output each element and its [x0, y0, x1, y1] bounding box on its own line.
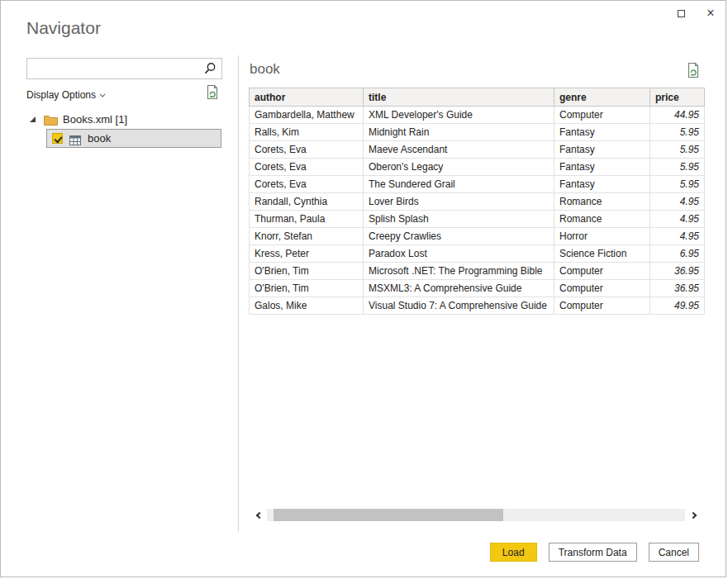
table-cell: O'Brien, Tim — [250, 280, 364, 297]
table-cell: Splish Splash — [364, 211, 554, 228]
table-cell: Ralls, Kim — [250, 124, 364, 141]
table-row[interactable]: O'Brien, TimMSXML3: A Comprehensive Guid… — [250, 280, 705, 297]
table-cell: Fantasy — [554, 124, 650, 141]
table-cell: Maeve Ascendant — [364, 141, 554, 159]
table-cell: Visual Studio 7: A Comprehensive Guide — [364, 297, 554, 315]
table-cell: Fantasy — [554, 159, 650, 176]
table-cell: Computer — [554, 297, 650, 315]
table-cell: Romance — [554, 211, 650, 228]
table-cell: Fantasy — [554, 141, 650, 159]
table-cell: Midnight Rain — [364, 124, 554, 141]
table-cell: O'Brien, Tim — [250, 263, 364, 280]
tree-item-label: Books.xml [1] — [63, 113, 127, 126]
table-cell: Corets, Eva — [250, 176, 364, 193]
tree-item-books-xml[interactable]: Books.xml [1] — [26, 110, 127, 128]
preview-title: book — [250, 61, 280, 78]
refresh-icon[interactable] — [206, 84, 219, 100]
maximize-button[interactable] — [666, 1, 696, 26]
table-header-row: author title genre price — [250, 88, 705, 107]
book-checkbox[interactable] — [52, 133, 63, 144]
table-cell: 5.95 — [650, 176, 705, 193]
table-cell: 5.95 — [650, 141, 705, 159]
table-body: Gambardella, MatthewXML Developer's Guid… — [250, 107, 705, 315]
tree-item-book[interactable]: book — [46, 129, 221, 148]
dialog-title: Navigator — [26, 18, 101, 38]
table-row[interactable]: Corets, EvaThe Sundered GrailFantasy5.95 — [250, 176, 705, 193]
table-cell: Lover Birds — [364, 193, 554, 211]
table-cell: Corets, Eva — [250, 159, 364, 176]
search-input[interactable] — [26, 58, 222, 79]
table-cell: 4.95 — [650, 228, 705, 245]
column-header-genre[interactable]: genre — [554, 88, 650, 107]
preview-table: author title genre price Gambardella, Ma… — [249, 88, 705, 315]
search-icon[interactable] — [203, 62, 216, 75]
display-options-dropdown[interactable]: Display Options — [26, 89, 106, 101]
table-cell: Corets, Eva — [250, 141, 364, 159]
folder-icon — [44, 114, 58, 125]
column-header-author[interactable]: author — [250, 88, 364, 107]
scroll-left-button[interactable] — [249, 509, 267, 521]
scrollbar-thumb[interactable] — [274, 509, 503, 521]
table-cell: Paradox Lost — [364, 245, 554, 263]
table-cell: Fantasy — [554, 176, 650, 193]
table-row[interactable]: Corets, EvaMaeve AscendantFantasy5.95 — [250, 141, 705, 159]
table-cell: Creepy Crawlies — [364, 228, 554, 245]
scroll-right-button[interactable] — [685, 509, 703, 521]
table-icon — [69, 134, 81, 144]
window-controls: × — [666, 1, 726, 26]
table-cell: 5.95 — [650, 159, 705, 176]
transform-data-button[interactable]: Transform Data — [549, 543, 637, 562]
panel-divider — [238, 55, 239, 532]
table-cell: Kress, Peter — [250, 245, 364, 263]
table-cell: 44.95 — [650, 107, 705, 124]
table-row[interactable]: Knorr, StefanCreepy CrawliesHorror4.95 — [250, 228, 705, 245]
table-row[interactable]: Ralls, KimMidnight RainFantasy5.95 — [250, 124, 705, 141]
table-cell: Romance — [554, 193, 650, 211]
close-icon: × — [707, 7, 714, 20]
load-button[interactable]: Load — [490, 543, 537, 562]
cancel-button[interactable]: Cancel — [649, 543, 699, 562]
table-cell: Oberon's Legacy — [364, 159, 554, 176]
table-cell: The Sundered Grail — [364, 176, 554, 193]
table-row[interactable]: Thurman, PaulaSplish SplashRomance4.95 — [250, 211, 705, 228]
options-row: Display Options — [26, 87, 222, 102]
close-button[interactable]: × — [696, 1, 726, 26]
table-row[interactable]: Gambardella, MatthewXML Developer's Guid… — [250, 107, 705, 124]
table-cell: XML Developer's Guide — [364, 107, 554, 124]
table-cell: Computer — [554, 280, 650, 297]
table-cell: Computer — [554, 263, 650, 280]
horizontal-scrollbar[interactable] — [249, 509, 703, 521]
table-row[interactable]: Randall, CynthiaLover BirdsRomance4.95 — [250, 193, 705, 211]
column-header-price[interactable]: price — [650, 88, 705, 107]
table-cell: Galos, Mike — [250, 297, 364, 315]
chevron-down-icon — [100, 91, 106, 97]
footer: Load Transform Data Cancel — [490, 543, 699, 562]
display-options-label: Display Options — [26, 89, 96, 101]
table-row[interactable]: Kress, PeterParadox LostScience Fiction6… — [250, 245, 705, 263]
table-cell: 49.95 — [650, 297, 705, 315]
scrollbar-track[interactable] — [267, 509, 685, 521]
table-cell: 4.95 — [650, 211, 705, 228]
table-cell: Computer — [554, 107, 650, 124]
table-cell: 5.95 — [650, 124, 705, 141]
table-row[interactable]: Corets, EvaOberon's LegacyFantasy5.95 — [250, 159, 705, 176]
tree-item-label: book — [88, 132, 111, 145]
search-box — [26, 58, 222, 79]
table-row[interactable]: Galos, MikeVisual Studio 7: A Comprehens… — [250, 297, 705, 315]
column-header-title[interactable]: title — [364, 88, 554, 107]
table-cell: Thurman, Paula — [250, 211, 364, 228]
table-cell: Horror — [554, 228, 650, 245]
table-cell: MSXML3: A Comprehensive Guide — [364, 280, 554, 297]
table-row[interactable]: O'Brien, TimMicrosoft .NET: The Programm… — [250, 263, 705, 280]
table-cell: 36.95 — [650, 263, 705, 280]
table-cell: 4.95 — [650, 193, 705, 211]
table-cell: Knorr, Stefan — [250, 228, 364, 245]
chevron-left-icon — [255, 511, 262, 518]
table-cell: 6.95 — [650, 245, 705, 263]
maximize-icon — [678, 10, 685, 17]
expander-icon[interactable] — [30, 116, 36, 122]
refresh-preview-icon[interactable] — [687, 62, 700, 78]
chevron-right-icon — [689, 511, 696, 518]
table-cell: Microsoft .NET: The Programming Bible — [364, 263, 554, 280]
table-cell: Gambardella, Matthew — [250, 107, 364, 124]
